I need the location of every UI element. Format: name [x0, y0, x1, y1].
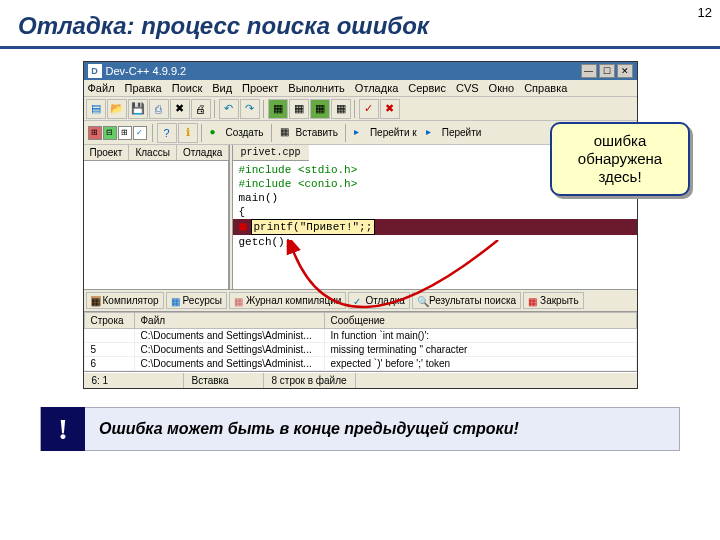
tab-compile-log[interactable]: ▦Журнал компиляции: [229, 292, 346, 309]
help-icon[interactable]: ?: [157, 123, 177, 143]
redo-icon[interactable]: ↷: [240, 99, 260, 119]
menu-help[interactable]: Справка: [524, 82, 567, 94]
print-icon[interactable]: 🖨: [191, 99, 211, 119]
title-rule: [0, 46, 720, 49]
menu-file[interactable]: Файл: [88, 82, 115, 94]
menu-view[interactable]: Вид: [212, 82, 232, 94]
toolbar-main: ▤ 📂 💾 ⎙ ✖ 🖨 ↶ ↷ ▦ ▦ ▦ ▦ ✓ ✖: [84, 97, 637, 121]
menu-debug[interactable]: Отладка: [355, 82, 398, 94]
menu-window[interactable]: Окно: [489, 82, 515, 94]
undo-icon[interactable]: ↶: [219, 99, 239, 119]
saveall-icon[interactable]: ⎙: [149, 99, 169, 119]
goto-button[interactable]: ▸Перейти к: [350, 126, 421, 140]
line-count: 8 строк в файле: [264, 373, 356, 388]
warning-box: ! Ошибка может быть в конце предыдущей с…: [40, 407, 680, 451]
file-tab[interactable]: privet.cpp: [233, 145, 309, 161]
error-row[interactable]: 6C:\Documents and Settings\Administ...ex…: [84, 357, 636, 371]
cursor-pos: 6: 1: [84, 373, 184, 388]
about-icon[interactable]: ℹ: [178, 123, 198, 143]
insert-button[interactable]: ▦Вставить: [276, 126, 342, 140]
maximize-button[interactable]: [599, 64, 615, 78]
page-number: 12: [698, 5, 712, 20]
tab-search-results[interactable]: 🔍Результаты поиска: [412, 292, 521, 309]
app-icon: D: [88, 64, 102, 78]
warning-icon: !: [41, 407, 85, 451]
menu-search[interactable]: Поиск: [172, 82, 202, 94]
menu-run[interactable]: Выполнить: [288, 82, 344, 94]
slide-title: Отладка: процесс поиска ошибок: [0, 0, 720, 46]
layout-buttons[interactable]: ⊞ ⊟ ⊞ ✓: [86, 124, 149, 142]
tab-close[interactable]: ▦Закрыть: [523, 292, 584, 309]
menu-cvs[interactable]: CVS: [456, 82, 479, 94]
menubar: Файл Правка Поиск Вид Проект Выполнить О…: [84, 80, 637, 97]
create-button[interactable]: ●Создать: [206, 126, 268, 140]
tab-debug-out[interactable]: ✓Отладка: [348, 292, 410, 309]
error-callout: ошибка обнаружена здесь!: [550, 122, 690, 196]
separator: [354, 100, 356, 118]
titlebar: D Dev-C++ 4.9.9.2: [84, 62, 637, 80]
error-row[interactable]: C:\Documents and Settings\Administ...In …: [84, 329, 636, 343]
separator: [271, 124, 273, 142]
window-title: Dev-C++ 4.9.9.2: [106, 65, 187, 77]
open-icon[interactable]: 📂: [107, 99, 127, 119]
separator: [263, 100, 265, 118]
project-tree[interactable]: [84, 161, 228, 281]
goto2-button[interactable]: ▸Перейти: [422, 126, 486, 140]
separator: [201, 124, 203, 142]
output-tabs: ▦Компилятор ▦Ресурсы ▦Журнал компиляции …: [84, 290, 637, 312]
rebuild-icon[interactable]: ▦: [331, 99, 351, 119]
tab-resources[interactable]: ▦Ресурсы: [166, 292, 227, 309]
code-line-6: getch();: [239, 235, 631, 249]
separator: [345, 124, 347, 142]
project-tabs: Проект Классы Отладка: [84, 145, 228, 161]
project-pane: Проект Классы Отладка: [84, 145, 229, 289]
code-line-4: {: [239, 205, 631, 219]
menu-project[interactable]: Проект: [242, 82, 278, 94]
tab-debug[interactable]: Отладка: [177, 145, 230, 160]
error-row[interactable]: 5C:\Documents and Settings\Administ...mi…: [84, 343, 636, 357]
separator: [214, 100, 216, 118]
separator: [152, 124, 154, 142]
warning-text: Ошибка может быть в конце предыдущей стр…: [85, 420, 533, 438]
tab-compiler[interactable]: ▦Компилятор: [86, 292, 164, 309]
col-file: Файл: [134, 313, 324, 329]
insert-mode: Вставка: [184, 373, 264, 388]
debug-icon[interactable]: ✓: [359, 99, 379, 119]
save-icon[interactable]: 💾: [128, 99, 148, 119]
close-file-icon[interactable]: ✖: [170, 99, 190, 119]
col-message: Сообщение: [324, 313, 636, 329]
code-line-error: printf("Привет!";;: [233, 219, 637, 235]
statusbar: 6: 1 Вставка 8 строк в файле: [84, 372, 637, 388]
minimize-button[interactable]: [581, 64, 597, 78]
ide-window: D Dev-C++ 4.9.9.2 Файл Правка Поиск Вид …: [83, 61, 638, 389]
compile-run-icon[interactable]: ▦: [310, 99, 330, 119]
close-button[interactable]: [617, 64, 633, 78]
error-list[interactable]: Строка Файл Сообщение C:\Documents and S…: [84, 312, 637, 372]
tab-classes[interactable]: Классы: [129, 145, 176, 160]
stop-icon[interactable]: ✖: [380, 99, 400, 119]
run-icon[interactable]: ▦: [289, 99, 309, 119]
new-file-icon[interactable]: ▤: [86, 99, 106, 119]
breakpoint-icon: [239, 223, 247, 231]
col-line: Строка: [84, 313, 134, 329]
tab-project[interactable]: Проект: [84, 145, 130, 160]
menu-edit[interactable]: Правка: [125, 82, 162, 94]
compile-icon[interactable]: ▦: [268, 99, 288, 119]
menu-tools[interactable]: Сервис: [408, 82, 446, 94]
